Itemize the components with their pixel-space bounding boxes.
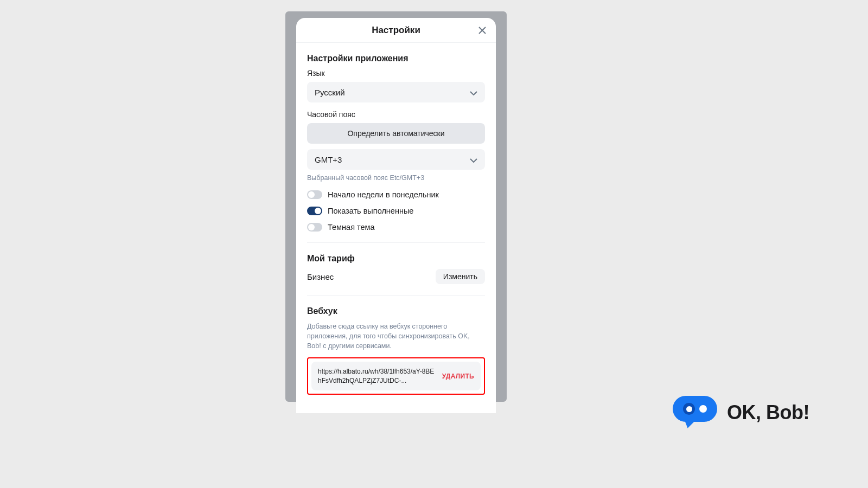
language-label: Язык [307,69,485,78]
language-select[interactable]: Русский [307,82,485,102]
delete-webhook-label: УДАЛИТЬ [442,373,474,380]
toggle-show-completed-label: Показать выполненные [328,207,413,215]
webhook-description: Добавьте сюда ссылку на вебхук стороннег… [307,322,485,351]
webhook-url[interactable]: https://h.albato.ru/wh/38/1lfh653/aY-8BE… [318,367,437,384]
language-value: Русский [315,88,345,97]
tariff-row: Бизнес Изменить [307,269,485,284]
webhook-box: https://h.albato.ru/wh/38/1lfh653/aY-8BE… [311,362,481,390]
webhook-heading: Вебхук [307,306,485,316]
chevron-down-icon [470,155,477,164]
brand-name: OK, Bob! [727,401,809,424]
auto-detect-button[interactable]: Определить автоматически [307,123,485,144]
timezone-label: Часовой пояс [307,110,485,119]
toggle-dark-theme[interactable] [307,223,322,232]
toggle-dark-theme-label: Темная тема [328,223,375,232]
toggle-row-show-completed: Показать выполненные [307,207,485,215]
tariff-heading: Мой тариф [307,254,485,264]
modal-title: Настройки [372,25,420,36]
toggle-week-start-label: Начало недели в понедельник [328,190,439,199]
modal-header: Настройки [296,18,496,43]
brand-logo: OK, Bob! [673,396,809,429]
tariff-plan-name: Бизнес [307,272,334,281]
timezone-select[interactable]: GMT+3 [307,149,485,170]
close-button[interactable] [476,24,488,36]
change-tariff-button[interactable]: Изменить [436,269,485,284]
auto-detect-label: Определить автоматически [347,129,444,138]
section-tariff: Мой тариф Бизнес Изменить [307,254,485,296]
toggle-show-completed[interactable] [307,207,322,215]
change-tariff-label: Изменить [443,272,477,281]
toggle-row-week-start: Начало недели в понедельник [307,190,485,199]
toggle-week-start[interactable] [307,190,322,199]
app-settings-heading: Настройки приложения [307,54,485,63]
webhook-highlight-box: https://h.albato.ru/wh/38/1lfh653/aY-8BE… [307,357,485,394]
section-app-settings: Настройки приложения Язык Русский Часово… [307,54,485,243]
toggle-row-dark-theme: Темная тема [307,223,485,232]
brand-bubble-icon [673,396,717,429]
delete-webhook-button[interactable]: УДАЛИТЬ [442,373,474,380]
modal-body: Настройки приложения Язык Русский Часово… [296,43,496,402]
close-icon [478,26,487,35]
chevron-down-icon [470,88,477,97]
settings-modal: Настройки Настройки приложения Язык Русс… [296,18,496,413]
timezone-value: GMT+3 [315,155,342,164]
timezone-hint: Выбранный часовой пояс Etc/GMT+3 [307,174,485,182]
section-webhook: Вебхук Добавьте сюда ссылку на вебхук ст… [307,306,485,402]
